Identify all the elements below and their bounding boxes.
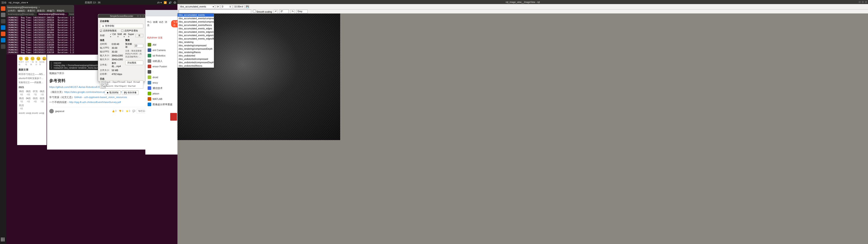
category-item[interactable]: droid (147, 74, 182, 80)
category-item[interactable]: · (147, 69, 182, 74)
dock-vscode[interactable] (1, 38, 5, 42)
terminal-menu-item[interactable]: 查看(V) (27, 9, 35, 12)
power-icon[interactable]: ⏻ (174, 1, 176, 4)
terminal-menu-item[interactable]: 编辑(E) (18, 9, 25, 12)
save-button[interactable]: 💾 保存录像 (122, 90, 138, 95)
terminal-menu-item[interactable]: 搜索(S) (37, 9, 44, 12)
article-stats[interactable]: 👍 0👎 0⭐ 0💬 (112, 110, 135, 112)
preview-rate-input[interactable] (134, 44, 143, 48)
nav-item[interactable]: 收藏 (153, 21, 158, 23)
color-combo[interactable]: Gray (296, 10, 308, 13)
rotate-left-button[interactable]: ↶ (274, 9, 278, 13)
dock-ubuntu[interactable] (1, 32, 5, 36)
category-item[interactable]: 通信技术 (147, 85, 182, 91)
topic-dropdown[interactable]: /dvs_accumulated_events/dvs_accumulated_… (178, 13, 214, 68)
emoji-icon[interactable]: 😄 (42, 57, 46, 61)
archive-cell[interactable]: 09月5篇 (19, 90, 25, 96)
archive-cell[interactable]: 02月1篇 (39, 97, 45, 103)
recorder-titlebar[interactable]: SimpleScreenRecorder (98, 14, 145, 18)
min-icon[interactable] (137, 15, 139, 17)
terminal-output[interactable]: [RUNNING] Bag Time: 1461581617.288239 Du… (6, 16, 74, 54)
author-name[interactable]: gwpscut (55, 110, 64, 113)
blog-article-link[interactable]: ROS学习笔记之——MSCKF (19, 73, 45, 76)
category-item[interactable]: 图像超分辨率重建 (147, 102, 182, 107)
sound-checkbox[interactable] (121, 30, 123, 32)
hk-shift[interactable]: Shift + (117, 33, 123, 38)
stat-item[interactable]: 💬 (132, 110, 135, 112)
close-icon[interactable] (865, 1, 867, 3)
nav-item[interactable]: 中心 (147, 21, 152, 23)
activities-label[interactable]: 活动 (1, 1, 6, 4)
topic-option[interactable]: /dvs_undistorted (178, 54, 214, 57)
terminal-titlebar[interactable]: kwanwaipang@kwanwaipang: ~ (6, 5, 74, 9)
emoji-icon[interactable]: 😊 (36, 57, 41, 61)
rotate-combo[interactable]: 0° (280, 9, 289, 13)
hk-super[interactable]: Super + (128, 33, 135, 38)
emoji-icon[interactable]: 🙁 (30, 57, 35, 61)
emoji-icon[interactable]: ☹️ (24, 57, 29, 61)
category-item[interactable]: jetson (147, 91, 182, 96)
nav-item[interactable]: 动态 (159, 21, 163, 23)
archive-cell[interactable]: 03月4篇 (32, 97, 38, 103)
emoji-rating-row[interactable]: 😕☹️🙁😊😄 (19, 57, 45, 61)
rotate-right-button[interactable]: ↷ (290, 9, 294, 13)
emoji-icon[interactable]: 😕 (19, 57, 23, 61)
topic-option[interactable]: /dvs_rendering/compressed (178, 44, 214, 47)
archive-cell[interactable]: 07月7篇 (32, 90, 38, 96)
recorder-window[interactable]: SimpleScreenRecorder 正在录制 ⏸ 暂停录制 ✓启用录制预览… (98, 14, 145, 82)
terminal-window[interactable]: kwanwaipang@kwanwaipang: ~ 文件(F)编辑(E)查看(… (6, 5, 74, 54)
archive-cell[interactable]: 05月7篇 (19, 97, 25, 103)
min-icon[interactable] (859, 1, 861, 3)
category-item[interactable]: ial Robotics (147, 53, 182, 58)
dock-apps-grid[interactable] (1, 238, 5, 242)
preview-checkbox[interactable]: ✓ (100, 30, 102, 32)
category-item[interactable]: ency (147, 80, 182, 85)
clock[interactable]: 星期四 13 : 36 (28, 1, 157, 4)
rqt-titlebar[interactable]: rqt_image_view__ImageView - rqt (178, 0, 868, 4)
topic-option[interactable]: /dvs_accumulated_events_edges (178, 27, 214, 30)
stat-item[interactable]: 👍 0 (112, 110, 116, 112)
category-item[interactable]: 动机器人 (147, 58, 182, 64)
terminal-tab[interactable]: kwanwaipang@kwanwaip... (37, 12, 68, 16)
start-preview-button[interactable]: 开始预览 (125, 61, 144, 65)
category-item[interactable]: AM (147, 42, 182, 48)
dock-zoom[interactable] (1, 25, 5, 30)
topic-option[interactable]: /dvs_accumulated_events_edges/compressed (178, 30, 214, 34)
article-link[interactable]: http://rpg.ifi.uzh.ch/docs/EventVisionSu… (69, 101, 121, 103)
topic-option[interactable]: /dvs_rendering/theora (178, 51, 214, 54)
topic-option[interactable]: /dvs_accumulated_events/compressed (178, 17, 214, 20)
topic-combo[interactable]: /dvs_accumulated_events ▾ (179, 5, 215, 9)
hk-key[interactable]: R (135, 34, 143, 37)
category-item[interactable]: MATLAB (147, 96, 182, 102)
wifi-icon[interactable]: 📶 (164, 1, 167, 4)
hk-alt[interactable]: Alt + (123, 33, 127, 38)
avatar[interactable] (49, 109, 54, 114)
blog-article-link[interactable]: ubuntu中同时安装多个版本的opencv (19, 77, 45, 80)
spin-2[interactable]: 10.00m⇕ (233, 5, 244, 9)
stat-item[interactable]: ⭐ 0 (126, 110, 130, 112)
terminal-menu-item[interactable]: 文件(F) (8, 9, 16, 12)
image-viewport[interactable] (178, 13, 868, 244)
article-link[interactable]: https://github.com/HKUST-Aerial-Robotics… (49, 86, 103, 88)
terminal-menu[interactable]: 文件(F)编辑(E)查看(V)搜索(S)终端(T)帮助(H) (6, 9, 74, 12)
stat-item[interactable]: 👎 0 (119, 110, 123, 112)
terminal-menu-item[interactable]: 帮助(H) (57, 9, 64, 12)
topic-option[interactable]: /dvs_rendering/compressedDepth (178, 47, 214, 51)
input-lang[interactable]: zh ▾ (157, 1, 162, 4)
close-icon[interactable] (143, 15, 144, 17)
hk-ctrl[interactable]: ✓ Ctrl + (110, 33, 117, 38)
terminal-tab[interactable]: kwanwaip... (68, 12, 74, 16)
dock-firefox[interactable] (1, 6, 5, 11)
blog-article-link[interactable]: 实验笔记之——四旋翼无人机的制作&试飞 (19, 81, 45, 84)
archive-cell[interactable]: 06月1篇 (39, 90, 45, 96)
archive-cell[interactable] (26, 104, 32, 110)
archive-cell[interactable] (39, 104, 45, 110)
max-icon[interactable] (862, 1, 864, 3)
max-icon[interactable] (140, 15, 142, 17)
smooth-check[interactable]: Smooth scaling (253, 10, 272, 13)
topic-option[interactable]: /dvs_accumulated_events/compressedDepth (178, 20, 214, 24)
nav-items[interactable]: 中心收藏动态消息 (147, 21, 169, 27)
log-textarea[interactable]: [X11Input::InputThread] Input thread sta… (100, 81, 143, 89)
topic-option[interactable]: /dvs_undistorted/theora (178, 64, 214, 67)
volume-icon[interactable]: 🔊 (168, 1, 172, 4)
